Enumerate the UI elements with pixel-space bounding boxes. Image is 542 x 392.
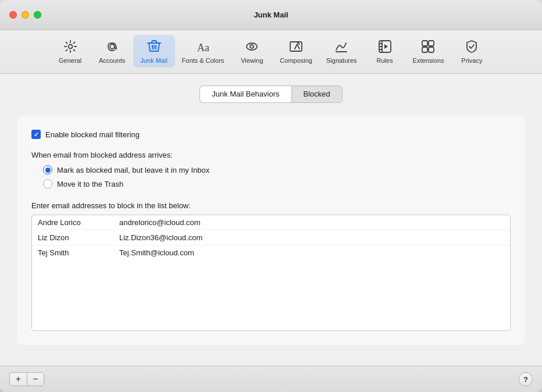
svg-rect-13 xyxy=(422,47,427,52)
radio-mark-blocked[interactable] xyxy=(43,165,52,174)
svg-rect-11 xyxy=(422,41,427,46)
window-title: Junk Mail xyxy=(254,10,288,19)
toolbar-item-fonts-colors[interactable]: Aa Fonts & Colors xyxy=(175,35,231,67)
svg-point-7 xyxy=(250,45,254,48)
blocked-list[interactable]: Andre Lorico andrelorico@icloud.com Liz … xyxy=(31,215,511,331)
rules-icon xyxy=(377,38,393,55)
viewing-icon xyxy=(244,38,260,55)
radio-group: Mark as blocked mail, but leave it in my… xyxy=(43,165,511,188)
extensions-icon xyxy=(420,38,436,55)
blocked-name-0: Andre Lorico xyxy=(38,218,119,227)
toolbar: General Accounts xyxy=(0,30,542,74)
tab-junk-mail-behaviors[interactable]: Junk Mail Behaviors xyxy=(199,85,291,103)
settings-panel: Enable blocked mail filtering When email… xyxy=(17,116,525,345)
blocked-name-1: Liz Dizon xyxy=(38,233,119,242)
radio-mark-blocked-label: Mark as blocked mail, but leave it in my… xyxy=(57,166,209,174)
help-button[interactable]: ? xyxy=(519,372,533,386)
font-icon: Aa xyxy=(195,38,211,55)
toolbar-item-rules[interactable]: Rules xyxy=(364,35,406,67)
svg-rect-14 xyxy=(429,47,434,52)
accounts-label: Accounts xyxy=(99,57,125,64)
main-window: Junk Mail General Accounts xyxy=(0,0,542,392)
composing-label: Composing xyxy=(280,57,312,64)
toolbar-item-general[interactable]: General xyxy=(49,35,91,67)
enable-checkbox-row[interactable]: Enable blocked mail filtering xyxy=(31,130,511,139)
toolbar-item-accounts[interactable]: Accounts xyxy=(91,35,133,67)
blocked-name-2: Tej Smith xyxy=(38,248,119,257)
toolbar-item-junk-mail[interactable]: Junk Mail xyxy=(133,35,175,67)
junk-icon xyxy=(146,38,162,55)
svg-point-1 xyxy=(110,44,115,49)
radio-move-trash-label: Move it to the Trash xyxy=(57,180,123,188)
fonts-colors-label: Fonts & Colors xyxy=(182,57,224,64)
list-item: Tej Smith Tej.Smith@icloud.com xyxy=(32,245,510,260)
svg-text:Aa: Aa xyxy=(197,42,209,54)
blocked-list-label: Enter email addresses to block in the li… xyxy=(31,201,511,210)
privacy-label: Privacy xyxy=(461,57,482,64)
composing-icon xyxy=(288,38,304,55)
radio-move-trash[interactable] xyxy=(43,179,52,188)
toolbar-item-signatures[interactable]: Signatures xyxy=(319,35,364,67)
list-item: Liz Dizon Liz.Dizon36@icloud.com xyxy=(32,230,510,245)
bottom-bar: + − ? xyxy=(0,366,542,392)
junk-mail-label: Junk Mail xyxy=(140,57,167,64)
toolbar-item-composing[interactable]: Composing xyxy=(273,35,319,67)
blocked-email-2: Tej.Smith@icloud.com xyxy=(119,248,504,257)
radio-row-mark-blocked[interactable]: Mark as blocked mail, but leave it in my… xyxy=(43,165,511,174)
svg-point-0 xyxy=(68,45,72,49)
signatures-label: Signatures xyxy=(326,57,357,64)
blocked-email-1: Liz.Dizon36@icloud.com xyxy=(119,233,504,242)
gear-icon xyxy=(62,38,79,55)
viewing-label: Viewing xyxy=(241,57,263,64)
toolbar-item-extensions[interactable]: Extensions xyxy=(406,35,451,67)
add-remove-buttons: + − xyxy=(9,372,44,386)
maximize-button[interactable] xyxy=(34,11,41,19)
toolbar-item-viewing[interactable]: Viewing xyxy=(231,35,273,67)
when-email-label: When email from blocked address arrives: xyxy=(31,151,511,159)
minimize-button[interactable] xyxy=(22,11,29,19)
tab-blocked[interactable]: Blocked xyxy=(291,85,343,103)
extensions-label: Extensions xyxy=(413,57,444,64)
remove-button[interactable]: − xyxy=(27,372,44,386)
toolbar-item-privacy[interactable]: Privacy xyxy=(451,35,493,67)
segmented-control: Junk Mail Behaviors Blocked xyxy=(17,85,525,103)
window-controls xyxy=(9,11,41,19)
list-item: Andre Lorico andrelorico@icloud.com xyxy=(32,215,510,230)
close-button[interactable] xyxy=(9,11,17,19)
radio-row-move-trash[interactable]: Move it to the Trash xyxy=(43,179,511,188)
blocked-email-0: andrelorico@icloud.com xyxy=(119,218,504,227)
svg-point-6 xyxy=(247,43,257,50)
add-button[interactable]: + xyxy=(9,372,27,386)
main-content: Junk Mail Behaviors Blocked Enable block… xyxy=(0,74,542,366)
svg-rect-12 xyxy=(429,41,434,46)
signatures-icon xyxy=(333,38,350,55)
at-icon xyxy=(104,38,120,55)
rules-label: Rules xyxy=(377,57,393,64)
general-label: General xyxy=(59,57,81,64)
enable-checkbox-label: Enable blocked mail filtering xyxy=(45,130,140,139)
titlebar: Junk Mail xyxy=(0,0,542,30)
enable-checkbox[interactable] xyxy=(31,130,41,139)
privacy-icon xyxy=(463,38,480,55)
